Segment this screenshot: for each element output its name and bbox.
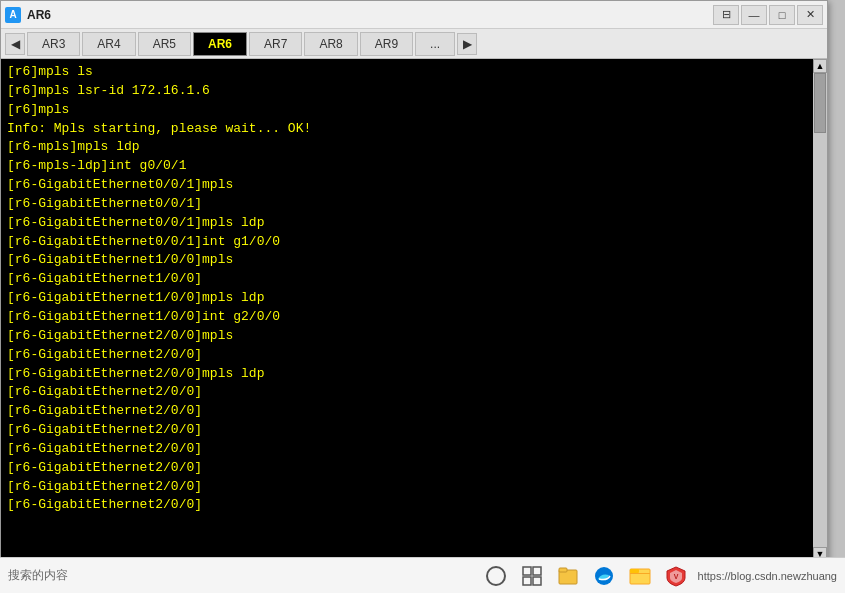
- maximize-button[interactable]: □: [769, 5, 795, 25]
- taskbar-filemanager-icon[interactable]: [554, 562, 582, 590]
- scrollbar-up-button[interactable]: ▲: [813, 59, 827, 73]
- tab-ar3[interactable]: AR3: [27, 32, 80, 56]
- tab-ar8[interactable]: AR8: [304, 32, 357, 56]
- terminal-line: [r6-GigabitEthernet2/0/0]: [7, 383, 807, 402]
- scrollbar-thumb[interactable]: [814, 73, 826, 133]
- svg-rect-8: [630, 569, 639, 573]
- tab-bar: ◀ AR3 AR4 AR5 AR6 AR7 AR8 AR9 ... ▶: [1, 29, 827, 59]
- terminal-line: [r6-GigabitEthernet1/0/0]: [7, 270, 807, 289]
- tab-ar4[interactable]: AR4: [82, 32, 135, 56]
- taskbar-taskview-icon[interactable]: [518, 562, 546, 590]
- title-controls: ⊟ — □ ✕: [713, 5, 823, 25]
- svg-rect-3: [533, 577, 541, 585]
- minimize-button[interactable]: —: [741, 5, 767, 25]
- title-bar-left: A AR6: [5, 7, 51, 23]
- terminal-line: [r6-GigabitEthernet0/0/1]mpls ldp: [7, 214, 807, 233]
- tab-ar6[interactable]: AR6: [193, 32, 247, 56]
- svg-rect-1: [533, 567, 541, 575]
- edge-icon: [593, 565, 615, 587]
- terminal-line: [r6-GigabitEthernet2/0/0]mpls: [7, 327, 807, 346]
- taskbar-vpn-icon[interactable]: V: [662, 562, 690, 590]
- terminal-line: Info: Mpls starting, please wait... OK!: [7, 120, 807, 139]
- taskbar: 搜索的内容: [0, 557, 845, 593]
- svg-rect-2: [523, 577, 531, 585]
- restore-button[interactable]: ⊟: [713, 5, 739, 25]
- close-button[interactable]: ✕: [797, 5, 823, 25]
- tab-prev-button[interactable]: ◀: [5, 33, 25, 55]
- terminal-line: [r6]mpls ls: [7, 63, 807, 82]
- terminal-line: [r6]mpls lsr-id 172.16.1.6: [7, 82, 807, 101]
- terminal-line: [r6-GigabitEthernet1/0/0]mpls: [7, 251, 807, 270]
- terminal-line: [r6-GigabitEthernet0/0/1]mpls: [7, 176, 807, 195]
- svg-rect-9: [630, 573, 650, 574]
- taskbar-search[interactable]: 搜索的内容: [8, 567, 208, 584]
- title-bar: A AR6 ⊟ — □ ✕: [1, 1, 827, 29]
- terminal-container: [r6]mpls ls[r6]mpls lsr-id 172.16.1.6[r6…: [1, 59, 827, 561]
- taskbar-edge-icon[interactable]: [590, 562, 618, 590]
- svg-rect-0: [523, 567, 531, 575]
- tab-next-button[interactable]: ▶: [457, 33, 477, 55]
- taskview-icon: [522, 566, 542, 586]
- svg-text:V: V: [673, 573, 678, 580]
- taskbar-search-text: 搜索的内容: [8, 567, 68, 584]
- scrollbar[interactable]: ▲ ▼: [813, 59, 827, 561]
- terminal-line: [r6-GigabitEthernet2/0/0]: [7, 440, 807, 459]
- taskbar-icons: V https://blog.csdn.newzhuang: [482, 562, 837, 590]
- window-title: AR6: [27, 8, 51, 22]
- taskbar-explorer-icon[interactable]: [626, 562, 654, 590]
- scrollbar-track[interactable]: [813, 73, 827, 547]
- taskbar-circle-icon[interactable]: [482, 562, 510, 590]
- taskbar-url: https://blog.csdn.newzhuang: [698, 570, 837, 582]
- terminal-line: [r6-GigabitEthernet0/0/1]int g1/0/0: [7, 233, 807, 252]
- terminal-line: [r6-GigabitEthernet2/0/0]: [7, 402, 807, 421]
- terminal-line: [r6-GigabitEthernet2/0/0]: [7, 346, 807, 365]
- circle-icon: [486, 566, 506, 586]
- tab-ar7[interactable]: AR7: [249, 32, 302, 56]
- filemanager-icon: [557, 565, 579, 587]
- terminal-line: [r6-GigabitEthernet2/0/0]: [7, 421, 807, 440]
- main-window: A AR6 ⊟ — □ ✕ ◀ AR3 AR4 AR5 AR6 AR7 AR8 …: [0, 0, 828, 560]
- tab-ar9[interactable]: AR9: [360, 32, 413, 56]
- terminal-line: [r6-GigabitEthernet1/0/0]mpls ldp: [7, 289, 807, 308]
- terminal-line: [r6-GigabitEthernet2/0/0]: [7, 459, 807, 478]
- terminal-line: [r6-mpls-ldp]int g0/0/1: [7, 157, 807, 176]
- terminal-line: [r6-GigabitEthernet0/0/1]: [7, 195, 807, 214]
- svg-rect-5: [559, 568, 567, 572]
- terminal-line: [r6-GigabitEthernet2/0/0]: [7, 478, 807, 497]
- terminal-line: [r6]mpls: [7, 101, 807, 120]
- terminal-line: [r6-mpls]mpls ldp: [7, 138, 807, 157]
- tab-ar5[interactable]: AR5: [138, 32, 191, 56]
- explorer-icon: [629, 565, 651, 587]
- tab-more[interactable]: ...: [415, 32, 455, 56]
- terminal-line: [r6-GigabitEthernet2/0/0]mpls ldp: [7, 365, 807, 384]
- app-icon: A: [5, 7, 21, 23]
- terminal-output[interactable]: [r6]mpls ls[r6]mpls lsr-id 172.16.1.6[r6…: [1, 59, 813, 561]
- terminal-line: [r6-GigabitEthernet2/0/0]: [7, 496, 807, 515]
- vpn-icon: V: [665, 565, 687, 587]
- terminal-line: [r6-GigabitEthernet1/0/0]int g2/0/0: [7, 308, 807, 327]
